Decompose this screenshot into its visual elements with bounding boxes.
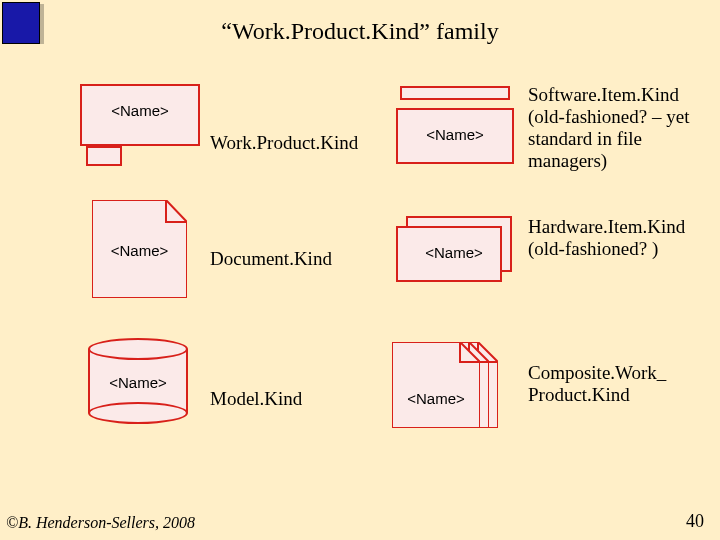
composite-work-product-kind-icon: <Name> — [392, 342, 500, 442]
placeholder-label: <Name> — [111, 102, 169, 119]
document-kind-label: Document.Kind — [210, 248, 390, 270]
placeholder-label: <Name> — [109, 374, 167, 391]
hardware-item-kind-icon: <Name> — [396, 216, 512, 282]
work-product-kind-label: Work.Product.Kind — [210, 132, 390, 154]
placeholder-label: <Name> — [426, 126, 484, 143]
placeholder-label: <Name> — [111, 242, 169, 259]
slide-title: “Work.Product.Kind” family — [0, 18, 720, 45]
model-kind-label: Model.Kind — [210, 388, 390, 410]
software-item-kind-label: Software.Item.Kind (old-fashioned? – yet… — [528, 84, 708, 171]
hardware-item-kind-label: Hardware.Item.Kind (old-fashioned? ) — [528, 216, 708, 260]
software-item-kind-icon: <Name> — [396, 86, 514, 166]
page-number: 40 — [686, 511, 704, 532]
placeholder-label: <Name> — [425, 244, 483, 261]
work-product-kind-icon: <Name> — [80, 84, 200, 169]
placeholder-label: <Name> — [407, 390, 465, 407]
composite-work-product-kind-label: Composite.Work_ Product.Kind — [528, 362, 708, 406]
document-kind-icon: <Name> — [92, 200, 187, 298]
model-kind-icon: <Name> — [88, 338, 188, 424]
copyright-footer: ©B. Henderson-Sellers, 2008 — [6, 514, 195, 532]
